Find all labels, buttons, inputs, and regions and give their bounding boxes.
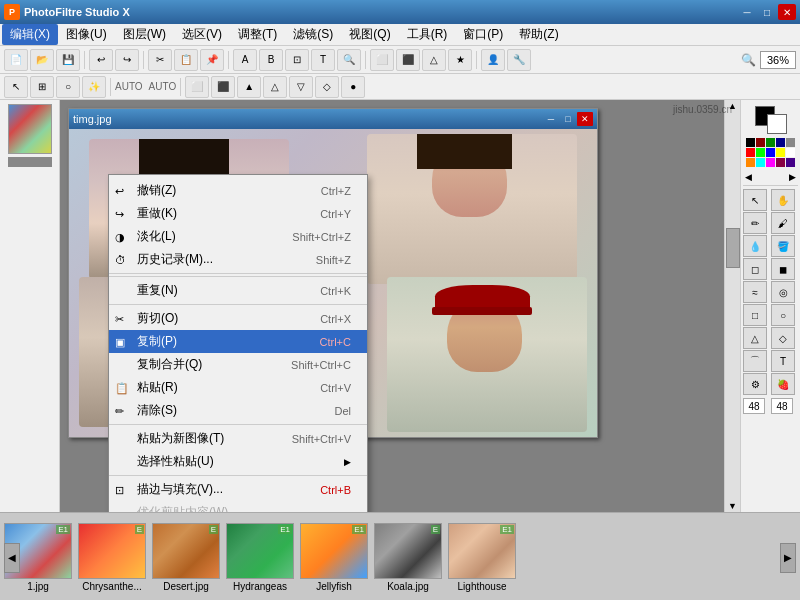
palette-blue[interactable] — [766, 148, 775, 157]
bg-color[interactable] — [767, 114, 787, 134]
palette-black[interactable] — [746, 138, 755, 147]
menu-window[interactable]: 窗口(P) — [455, 24, 511, 45]
sub-maximize[interactable]: □ — [560, 112, 576, 126]
scroll-thumb[interactable] — [726, 228, 740, 268]
blur-tool[interactable]: ◎ — [771, 281, 795, 303]
extra-a[interactable]: ⚙ — [743, 373, 767, 395]
tool-e[interactable]: 🔍 — [337, 49, 361, 71]
open-button[interactable]: 📂 — [30, 49, 54, 71]
film-item-4[interactable]: E1 Hydrangeas — [226, 523, 294, 592]
menu-paste-new[interactable]: 粘贴为新图像(T) Shift+Ctrl+V — [109, 427, 367, 450]
pencil-tool[interactable]: ✏ — [743, 212, 767, 234]
paste-button[interactable]: 📌 — [200, 49, 224, 71]
tool-c[interactable]: ⊡ — [285, 49, 309, 71]
tool-f[interactable]: ⬜ — [370, 49, 394, 71]
sub-minimize[interactable]: ─ — [543, 112, 559, 126]
menu-view[interactable]: 视图(Q) — [341, 24, 398, 45]
zoom-input[interactable]: 36% — [760, 51, 796, 69]
menu-cut[interactable]: ✂ 剪切(O) Ctrl+X — [109, 307, 367, 330]
palette-purple[interactable] — [786, 158, 795, 167]
extra-tool[interactable]: 🔧 — [507, 49, 531, 71]
stamp-tool[interactable]: ◼ — [771, 258, 795, 280]
menu-copy-merge[interactable]: 复制合并(Q) Shift+Ctrl+C — [109, 353, 367, 376]
width-input[interactable] — [743, 398, 765, 414]
path-tool[interactable]: ⌒ — [743, 350, 767, 372]
eraser-tool[interactable]: ◻ — [743, 258, 767, 280]
menu-stroke-fill[interactable]: ⊡ 描边与填充(V)... Ctrl+B — [109, 478, 367, 501]
text-tool[interactable]: T — [771, 350, 795, 372]
film-item-3[interactable]: E Desert.jpg — [152, 523, 220, 592]
palette-green[interactable] — [756, 148, 765, 157]
tool2-f[interactable]: ◇ — [315, 76, 339, 98]
menu-redo[interactable]: ↪ 重做(K) Ctrl+Y — [109, 202, 367, 225]
shape-tri[interactable]: △ — [743, 327, 767, 349]
palette-red[interactable] — [746, 148, 755, 157]
menu-history[interactable]: ⏱ 历史记录(M)... Shift+Z — [109, 248, 367, 271]
smudge-tool[interactable]: ≈ — [743, 281, 767, 303]
menu-layer[interactable]: 图层(W) — [115, 24, 174, 45]
hand-tool[interactable]: ✋ — [771, 189, 795, 211]
left-thumb-1[interactable] — [8, 104, 52, 154]
menu-fade[interactable]: ◑ 淡化(L) Shift+Ctrl+Z — [109, 225, 367, 248]
maximize-button[interactable]: □ — [758, 4, 776, 20]
menu-undo[interactable]: ↩ 撤销(Z) Ctrl+Z — [109, 179, 367, 202]
tool-a[interactable]: A — [233, 49, 257, 71]
tool2-g[interactable]: ● — [341, 76, 365, 98]
close-button[interactable]: ✕ — [778, 4, 796, 20]
palette-left-arrow[interactable]: ◀ — [745, 172, 752, 182]
select-tool[interactable]: ⊞ — [30, 76, 54, 98]
film-item-6[interactable]: E Koala.jpg — [374, 523, 442, 592]
menu-repeat[interactable]: 重复(N) Ctrl+K — [109, 279, 367, 302]
palette-darkblue[interactable] — [776, 138, 785, 147]
menu-copy[interactable]: ▣ 复制(P) Ctrl+C — [109, 330, 367, 353]
shape-circle[interactable]: ○ — [771, 304, 795, 326]
menu-paste[interactable]: 📋 粘贴(R) Ctrl+V — [109, 376, 367, 399]
palette-magenta[interactable] — [766, 158, 775, 167]
palette-darkred[interactable] — [756, 138, 765, 147]
cursor-tool[interactable]: ↖ — [743, 189, 767, 211]
tool2-c[interactable]: ▲ — [237, 76, 261, 98]
fill-tool[interactable]: 🪣 — [771, 235, 795, 257]
menu-edit[interactable]: 编辑(X) — [2, 24, 58, 45]
cut-button[interactable]: ✂ — [148, 49, 172, 71]
sub-close[interactable]: ✕ — [577, 112, 593, 126]
copy-button[interactable]: 📋 — [174, 49, 198, 71]
height-input[interactable] — [771, 398, 793, 414]
palette-brown[interactable] — [776, 158, 785, 167]
new-button[interactable]: 📄 — [4, 49, 28, 71]
magic-tool[interactable]: ✨ — [82, 76, 106, 98]
lasso-tool[interactable]: ○ — [56, 76, 80, 98]
palette-gray[interactable] — [786, 138, 795, 147]
arrow-tool[interactable]: ↖ — [4, 76, 28, 98]
person-tool[interactable]: 👤 — [481, 49, 505, 71]
film-item-7[interactable]: E1 Lighthouse — [448, 523, 516, 592]
palette-cyan[interactable] — [756, 158, 765, 167]
menu-filter[interactable]: 滤镜(S) — [285, 24, 341, 45]
menu-help[interactable]: 帮助(Z) — [511, 24, 566, 45]
vscrollbar[interactable]: ▲ ▼ — [724, 100, 740, 512]
film-arrow-left[interactable]: ◀ — [4, 543, 20, 573]
palette-orange[interactable] — [746, 158, 755, 167]
tool2-d[interactable]: △ — [263, 76, 287, 98]
extra-b[interactable]: 🍓 — [771, 373, 795, 395]
tool-d[interactable]: T — [311, 49, 335, 71]
menu-tools[interactable]: 工具(R) — [399, 24, 456, 45]
brush-tool[interactable]: 🖌 — [771, 212, 795, 234]
menu-paste-select[interactable]: 选择性粘贴(U) ▶ — [109, 450, 367, 473]
tool-i[interactable]: ★ — [448, 49, 472, 71]
menu-image[interactable]: 图像(U) — [58, 24, 115, 45]
tool2-a[interactable]: ⬜ — [185, 76, 209, 98]
film-item-2[interactable]: E Chrysanthe... — [78, 523, 146, 592]
menu-select[interactable]: 选区(V) — [174, 24, 230, 45]
save-button[interactable]: 💾 — [56, 49, 80, 71]
tool-h[interactable]: △ — [422, 49, 446, 71]
undo-button[interactable]: ↩ — [89, 49, 113, 71]
palette-white[interactable] — [786, 148, 795, 157]
tool-g[interactable]: ⬛ — [396, 49, 420, 71]
menu-clear[interactable]: ✏ 清除(S) Del — [109, 399, 367, 422]
redo-button[interactable]: ↪ — [115, 49, 139, 71]
tool2-b[interactable]: ⬛ — [211, 76, 235, 98]
palette-darkgreen[interactable] — [766, 138, 775, 147]
minimize-button[interactable]: ─ — [738, 4, 756, 20]
palette-yellow[interactable] — [776, 148, 785, 157]
